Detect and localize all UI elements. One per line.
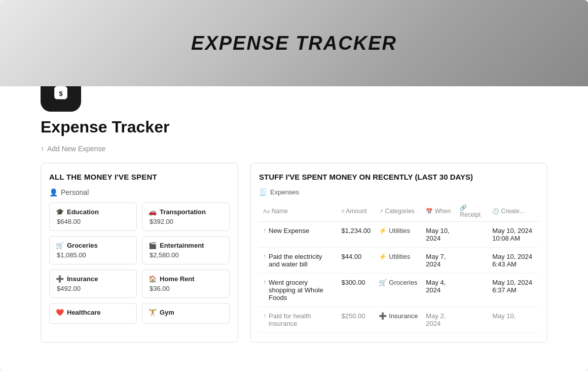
category-name-healthcare: ❤️ Healthcare (56, 309, 130, 316)
category-name-gym: 🏋️ Gym (149, 309, 223, 316)
hash-icon: # (341, 208, 344, 214)
expense-when-cell: May 2, 2024 (422, 307, 456, 333)
category-icon-0: ⚡ (379, 227, 387, 234)
category-icon-3: ➕ (379, 312, 387, 320)
row-arrow-icon: ↑ (263, 227, 266, 234)
expense-name-cell: ↑ Paid for health insurance (259, 307, 337, 333)
groceries-icon: 🛒 (56, 242, 64, 249)
table-header-row: Aa Name # Amount ↗ Categories (259, 201, 539, 222)
expense-name-cell: ↑ Went grocery shopping at Whole Foods (259, 274, 337, 307)
main-grid: ALL THE MONEY I'VE SPENT 👤 Personal 🎓 Ed… (41, 163, 547, 343)
clock-icon: 🕐 (492, 208, 499, 214)
category-icon-1: ⚡ (379, 253, 387, 260)
content-area: $ Expense Tracker ↑ Add New Expense ALL … (0, 71, 588, 363)
expense-receipt-cell (456, 307, 488, 333)
add-new-label: Add New Expense (47, 145, 105, 153)
expense-created-cell: May 10, 2024 6:43 AM (488, 248, 539, 274)
receipt-icon: 🔗 (460, 205, 467, 211)
expenses-icon: 🧾 (259, 188, 267, 196)
expense-category-cell: 🛒 Groceries (375, 274, 422, 307)
category-amount-entertainment: $2,580.00 (149, 251, 223, 259)
home-rent-icon: 🏠 (149, 275, 157, 283)
category-card-healthcare[interactable]: ❤️ Healthcare (49, 303, 137, 324)
category-name-groceries: 🛒 Groceries (56, 242, 130, 249)
expense-name-cell: ↑ Paid the electricity and water bill (259, 248, 337, 274)
expense-receipt-cell (456, 222, 488, 248)
category-amount-insurance: $492.00 (56, 285, 130, 292)
category-card-gym[interactable]: 🏋️ Gym (142, 303, 230, 324)
transportation-icon: 🚗 (149, 208, 157, 216)
expense-created-cell: May 10, (488, 307, 539, 333)
healthcare-icon: ❤️ (56, 309, 64, 316)
category-icon-2: 🛒 (379, 279, 387, 286)
page-title: Expense Tracker (41, 118, 547, 137)
calendar-icon: 📅 (426, 208, 433, 214)
category-name-insurance: ➕ Insurance (56, 275, 130, 283)
add-new-expense-button[interactable]: ↑ Add New Expense (41, 145, 105, 153)
right-panel: STUFF I'VE SPENT MONEY ON RECENTLY (LAST… (250, 163, 547, 343)
category-name-transportation: 🚗 Transportation (149, 208, 223, 216)
svg-text:$: $ (59, 90, 62, 97)
arrow-icon: ↗ (379, 208, 383, 214)
expenses-label-text: Expenses (270, 188, 299, 196)
aa-icon: Aa (263, 208, 270, 214)
left-panel: ALL THE MONEY I'VE SPENT 👤 Personal 🎓 Ed… (41, 163, 238, 343)
expense-category-cell: ➕ Insurance (375, 307, 422, 333)
header-banner: EXPENSE TRACKER (0, 0, 588, 86)
expense-when-cell: May 7, 2024 (422, 248, 456, 274)
section-label-text: Personal (61, 188, 89, 196)
category-card-home-rent[interactable]: 🏠 Home Rent $36.00 (142, 269, 230, 298)
row-arrow-icon: ↑ (263, 312, 266, 319)
expense-receipt-cell (456, 248, 488, 274)
person-icon: 👤 (49, 188, 58, 196)
expense-when-cell: May 4, 2024 (422, 274, 456, 307)
category-card-groceries[interactable]: 🛒 Groceries $1,085.00 (49, 236, 137, 264)
expense-amount-cell: $300.00 (337, 274, 375, 307)
insurance-icon: ➕ (56, 275, 64, 283)
expense-created-cell: May 10, 2024 6:37 AM (488, 274, 539, 307)
right-panel-title: STUFF I'VE SPENT MONEY ON RECENTLY (LAST… (259, 173, 539, 181)
col-header-receipt: 🔗 Receipt (456, 201, 488, 222)
category-amount-home-rent: $36.00 (149, 285, 223, 292)
expense-created-cell: May 10, 2024 10:08 AM (488, 222, 539, 248)
expense-category-cell: ⚡ Utilities (375, 222, 422, 248)
table-row[interactable]: ↑ Went grocery shopping at Whole Foods $… (259, 274, 539, 307)
table-row[interactable]: ↑ Paid the electricity and water bill $4… (259, 248, 539, 274)
table-row partial-row[interactable]: ↑ Paid for health insurance $250.00 ➕ In… (259, 307, 539, 333)
gym-icon: 🏋️ (149, 309, 157, 316)
category-name-entertainment: 🎬 Entertainment (149, 242, 223, 249)
col-header-created: 🕐 Create... (488, 201, 539, 222)
expenses-section-label: 🧾 Expenses (259, 188, 539, 196)
expense-receipt-cell (456, 274, 488, 307)
header-title: EXPENSE TRACKER (191, 32, 397, 54)
page-wrapper: EXPENSE TRACKER $ Expense Tracker ↑ Add … (0, 0, 588, 371)
expense-name-cell: ↑ New Expense (259, 222, 337, 248)
expense-amount-cell: $44.00 (337, 248, 375, 274)
category-card-education[interactable]: 🎓 Education $648.00 (49, 203, 137, 231)
col-header-amount: # Amount (337, 201, 375, 222)
expense-category-cell: ⚡ Utilities (375, 248, 422, 274)
row-arrow-icon: ↑ (263, 279, 266, 286)
category-amount-education: $648.00 (56, 218, 130, 225)
expense-when-cell: May 10, 2024 (422, 222, 456, 248)
col-header-name: Aa Name (259, 201, 337, 222)
expenses-table: Aa Name # Amount ↗ Categories (259, 201, 539, 333)
category-name-education: 🎓 Education (56, 208, 130, 216)
category-card-entertainment[interactable]: 🎬 Entertainment $2,580.00 (142, 236, 230, 264)
entertainment-icon: 🎬 (149, 242, 157, 249)
categories-grid: 🎓 Education $648.00 🚗 Transportation $39… (49, 203, 230, 324)
expense-amount-cell: $1,234.00 (337, 222, 375, 248)
category-card-transportation[interactable]: 🚗 Transportation $392.00 (142, 203, 230, 231)
category-amount-transportation: $392.00 (149, 218, 223, 225)
col-header-when: 📅 When (422, 201, 456, 222)
category-amount-groceries: $1,085.00 (56, 251, 130, 259)
education-icon: 🎓 (56, 208, 64, 216)
row-arrow-icon: ↑ (263, 253, 266, 260)
category-name-home-rent: 🏠 Home Rent (149, 275, 223, 283)
left-panel-title: ALL THE MONEY I'VE SPENT (49, 173, 230, 181)
section-label: 👤 Personal (49, 188, 230, 196)
expense-amount-cell: $250.00 (337, 307, 375, 333)
arrow-up-icon: ↑ (41, 145, 44, 153)
table-row[interactable]: ↑ New Expense $1,234.00 ⚡ Utilities (259, 222, 539, 248)
category-card-insurance[interactable]: ➕ Insurance $492.00 (49, 269, 137, 298)
